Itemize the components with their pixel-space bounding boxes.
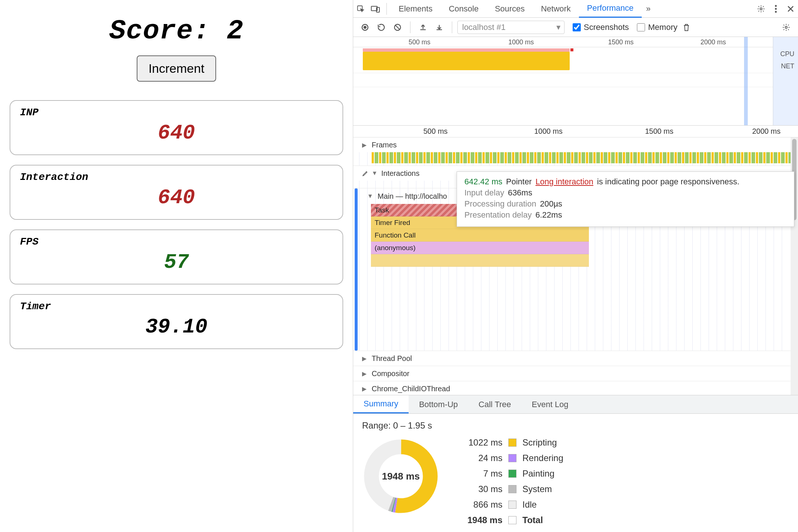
legend-row: 24 msRendering xyxy=(458,453,563,463)
track-frames[interactable]: Frames xyxy=(353,137,798,166)
selection-handle[interactable] xyxy=(744,37,748,125)
app-pane: Score: 2 Increment INP 640 Interaction 6… xyxy=(0,0,353,532)
kebab-menu-icon[interactable] xyxy=(768,0,783,18)
summary-donut-chart: 1948 ms xyxy=(362,437,440,515)
tab-sources[interactable]: Sources xyxy=(487,0,533,18)
ruler-tick: 1000 ms xyxy=(534,127,563,136)
summary-tab-calltree[interactable]: Call Tree xyxy=(468,395,521,413)
track-compositor[interactable]: Compositor xyxy=(353,366,798,381)
legend-name: Rendering xyxy=(522,453,563,463)
legend-row: 866 msIdle xyxy=(458,499,563,510)
tooltip-warn-link[interactable]: Long interaction xyxy=(535,177,593,187)
profile-selector-value: localhost #1 xyxy=(462,23,505,32)
clear-button[interactable] xyxy=(390,20,405,35)
profile-selector[interactable]: localhost #1 xyxy=(457,21,565,34)
legend-row: 30 msSystem xyxy=(458,484,563,494)
svg-point-10 xyxy=(785,26,787,28)
tooltip-row-label: Processing duration xyxy=(464,199,536,209)
tab-network[interactable]: Network xyxy=(533,0,579,18)
gc-button[interactable] xyxy=(679,20,694,35)
track-label: Interactions xyxy=(381,169,419,178)
devtools-tabbar: Elements Console Sources Network Perform… xyxy=(353,0,798,18)
legend-row: 1022 msScripting xyxy=(458,437,563,448)
legend-swatch xyxy=(508,485,516,493)
overview-net-lane xyxy=(353,73,773,87)
ruler-tick: 1500 ms xyxy=(608,38,634,46)
overview-side-labels: CPU NET xyxy=(773,37,798,125)
memory-label: Memory xyxy=(648,23,677,32)
chevron-right-icon[interactable] xyxy=(362,370,369,377)
overview-label-net: NET xyxy=(773,60,798,72)
tooltip-row-value: 200µs xyxy=(540,199,562,209)
chevron-right-icon[interactable] xyxy=(362,355,369,362)
gear-icon[interactable] xyxy=(754,0,768,18)
score-heading: Score: 2 xyxy=(9,16,344,47)
tooltip-kind: Pointer xyxy=(506,177,532,187)
metric-label: INP xyxy=(20,107,333,118)
tab-elements[interactable]: Elements xyxy=(391,0,441,18)
flame-bar[interactable] xyxy=(371,254,589,267)
legend-name: System xyxy=(522,484,552,494)
legend-ms: 1948 ms xyxy=(458,515,502,525)
flamechart-area[interactable]: Frames Interactions 642.42 ms Pointer Lo… xyxy=(353,137,798,395)
chevron-right-icon[interactable] xyxy=(362,385,369,392)
devtools-panel: Elements Console Sources Network Perform… xyxy=(353,0,798,532)
record-button[interactable] xyxy=(358,20,372,35)
inspect-element-icon[interactable] xyxy=(353,0,368,18)
legend-swatch xyxy=(508,454,516,462)
increment-button[interactable]: Increment xyxy=(137,55,216,82)
legend-ms: 1022 ms xyxy=(458,437,502,448)
tooltip-warn-tail: is indicating poor page responsiveness. xyxy=(597,177,739,187)
track-threadpool[interactable]: Thread Pool xyxy=(353,351,798,366)
metric-card-interaction: Interaction 640 xyxy=(10,165,343,220)
reload-record-button[interactable] xyxy=(374,20,389,35)
summary-tabbar: Summary Bottom-Up Call Tree Event Log xyxy=(353,395,798,414)
chevron-right-icon[interactable] xyxy=(362,141,369,149)
tab-performance[interactable]: Performance xyxy=(579,0,642,18)
chevron-down-icon[interactable] xyxy=(372,170,378,177)
summary-tab-summary[interactable]: Summary xyxy=(353,395,409,413)
summary-pane: Range: 0 – 1.95 s 1948 ms 1022 msScripti… xyxy=(353,414,798,532)
summary-legend: 1022 msScripting24 msRendering7 msPainti… xyxy=(458,437,563,525)
track-label: Chrome_ChildIOThread xyxy=(372,385,450,393)
perf-toolbar: localhost #1 Screenshots Memory xyxy=(353,18,798,37)
legend-swatch xyxy=(508,516,516,524)
upload-profile-button[interactable] xyxy=(416,20,430,35)
overview-minimap[interactable]: 500 ms 1000 ms 1500 ms 2000 ms CPU NET xyxy=(353,37,798,126)
flame-bar-anonymous[interactable]: (anonymous) xyxy=(371,242,589,254)
metric-label: Interaction xyxy=(20,171,333,183)
legend-ms: 866 ms xyxy=(458,499,502,510)
close-icon[interactable] xyxy=(783,0,798,18)
metric-value: 39.10 xyxy=(20,315,333,339)
tooltip-row-label: Presentation delay xyxy=(464,210,532,220)
ruler-tick: 1000 ms xyxy=(508,38,534,46)
tooltip-row-label: Input delay xyxy=(464,188,504,198)
track-label: Frames xyxy=(372,141,397,149)
metric-value: 640 xyxy=(20,121,333,145)
legend-name: Scripting xyxy=(522,437,557,448)
memory-checkbox[interactable]: Memory xyxy=(637,23,677,32)
ruler-tick: 2000 ms xyxy=(700,38,726,46)
score-value: 2 xyxy=(227,16,243,47)
legend-name: Idle xyxy=(522,499,537,510)
screenshots-checkbox-input[interactable] xyxy=(573,23,581,31)
tab-console[interactable]: Console xyxy=(441,0,487,18)
tooltip-time: 642.42 ms xyxy=(464,177,502,187)
tabs-overflow[interactable]: » xyxy=(642,0,655,18)
overview-ruler: 500 ms 1000 ms 1500 ms 2000 ms xyxy=(353,37,773,47)
track-child-io[interactable]: Chrome_ChildIOThread xyxy=(353,381,798,395)
download-profile-button[interactable] xyxy=(432,20,447,35)
donut-center-label: 1948 ms xyxy=(362,437,440,515)
metric-value: 640 xyxy=(20,186,333,209)
svg-point-5 xyxy=(775,8,777,10)
summary-tab-eventlog[interactable]: Event Log xyxy=(521,395,579,413)
screenshots-checkbox[interactable]: Screenshots xyxy=(573,23,629,32)
device-toggle-icon[interactable] xyxy=(368,0,383,18)
flame-bar-function-call[interactable]: Function Call xyxy=(371,229,589,242)
capture-settings-gear-icon[interactable] xyxy=(779,20,794,35)
memory-checkbox-input[interactable] xyxy=(637,23,645,31)
track-label: Thread Pool xyxy=(372,354,412,363)
track-label: Main — http://localho xyxy=(378,192,447,201)
chevron-down-icon[interactable] xyxy=(367,193,374,200)
summary-tab-bottomup[interactable]: Bottom-Up xyxy=(409,395,468,413)
